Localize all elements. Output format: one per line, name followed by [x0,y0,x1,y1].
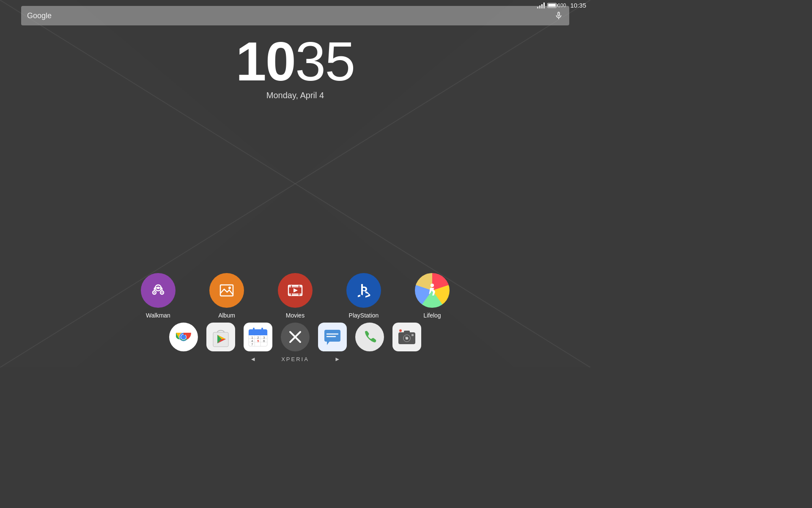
dock: 1 2 3 4 5 6 7 [0,323,590,364]
dock-phone[interactable] [355,323,384,351]
svg-text:5: 5 [257,339,259,343]
dock-calendar[interactable]: 1 2 3 4 5 6 7 [244,323,272,351]
svg-point-62 [405,337,406,337]
svg-rect-18 [288,293,302,295]
movies-icon-bg [278,273,313,308]
search-label: Google [27,11,52,20]
clock-date: Monday, April 4 [0,91,590,100]
svg-rect-57 [404,331,410,333]
album-label: Album [218,312,235,319]
svg-point-61 [406,337,408,340]
svg-rect-48 [261,328,263,331]
dock-camera[interactable] [392,323,421,351]
movies-label: Movies [286,312,304,319]
status-time: 10:35 [570,2,586,9]
lifelog-label: Lifelog [423,312,441,319]
svg-rect-35 [249,334,267,335]
svg-rect-47 [253,328,255,331]
app-lifelog[interactable]: Lifelog [415,273,450,319]
svg-point-22 [431,284,434,287]
dock-chrome[interactable] [169,323,198,351]
app-album[interactable]: Album [209,273,244,319]
app-walkman[interactable]: Walkman [141,273,176,319]
clock-hour: 10 [236,34,295,89]
svg-rect-51 [324,330,340,342]
svg-text:6: 6 [263,339,265,343]
svg-rect-17 [288,285,302,287]
dock-messaging[interactable] [318,323,347,351]
dock-navigation: ◄ XPERIA ► [0,354,590,364]
app-playstation[interactable]: PlayStation [346,273,381,319]
svg-point-7 [154,292,155,293]
dock-brand-label: XPERIA [281,356,309,362]
clock-widget: 10 35 Monday, April 4 [0,34,590,100]
dock-next-arrow[interactable]: ► [326,354,349,364]
svg-rect-14 [220,285,233,296]
svg-text:7: 7 [251,342,253,346]
playstation-icon-bg [346,273,381,308]
playstation-label: PlayStation [349,312,379,319]
walkman-icon-bg [141,273,176,308]
svg-marker-52 [327,342,329,345]
walkman-label: Walkman [146,312,170,319]
app-icons-row: Walkman Album [0,273,590,319]
lifelog-icon-bg [415,273,450,308]
svg-point-9 [162,292,163,293]
dock-prev-arrow[interactable]: ◄ [241,354,264,364]
dock-xperia-x[interactable] [281,323,310,351]
dock-play-store[interactable] [206,323,235,351]
svg-point-56 [399,329,402,332]
clock-time: 10 35 [0,34,590,89]
search-bar[interactable]: Google [21,6,569,25]
svg-point-15 [228,287,231,289]
svg-marker-21 [294,288,298,293]
svg-rect-63 [411,334,414,336]
clock-minute: 35 [295,34,355,89]
app-movies[interactable]: Movies [278,273,313,319]
dock-icons: 1 2 3 4 5 6 7 [169,323,421,351]
svg-point-27 [181,334,186,340]
microphone-icon[interactable] [554,11,563,20]
album-icon-bg [209,273,244,308]
